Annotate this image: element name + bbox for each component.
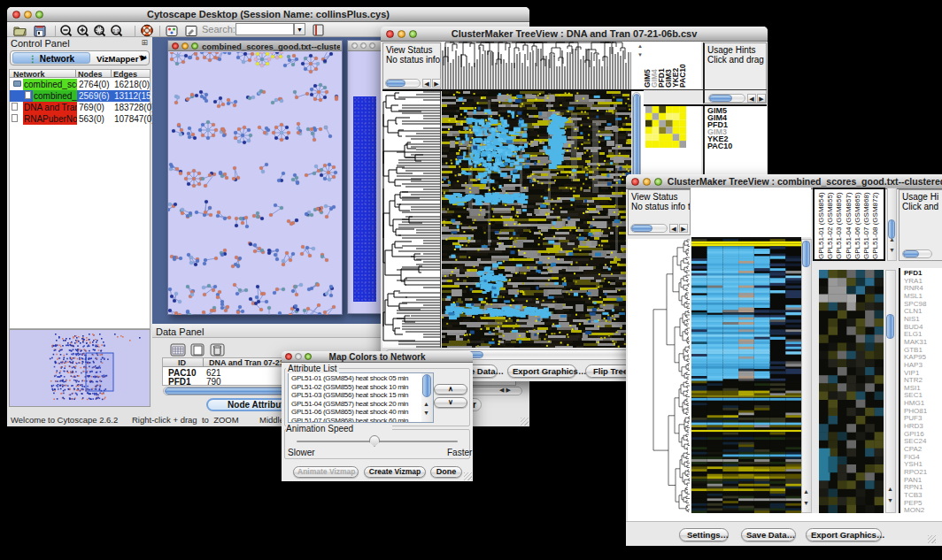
svg-text:1:1: 1:1: [112, 28, 120, 34]
